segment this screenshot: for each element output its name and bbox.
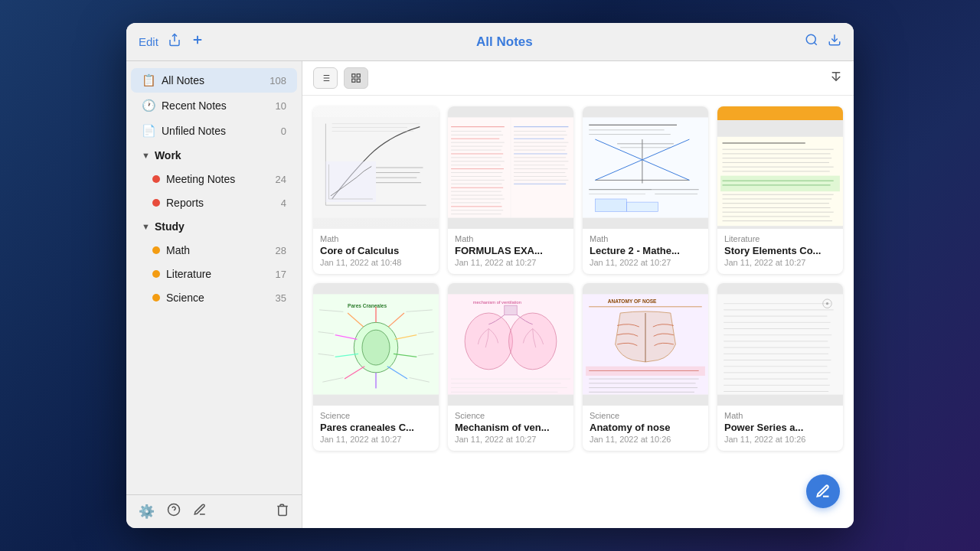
note-thumbnail-7: ANATOMY OF NOSE [583,283,708,406]
sidebar-item-unfiled-notes[interactable]: 📄 Unfiled Notes 0 [131,119,297,143]
note-date-2: Jan 11, 2022 at 10:27 [455,258,567,267]
fab-edit-button[interactable] [806,474,840,508]
all-notes-icon: 📋 [142,73,155,87]
note-thumbnail-4 [717,106,843,229]
note-date-8: Jan 11, 2022 at 10:26 [724,435,836,444]
note-thumbnail-8 [717,283,843,406]
sidebar: 📋 All Notes 108 🕐 Recent Notes 10 📄 Unfi… [126,61,302,528]
work-chevron-icon: ▼ [142,151,150,160]
math-dot [152,246,160,254]
note-category-7: Science [590,411,701,420]
toolbar-center: All Notes [204,34,805,50]
note-info-7: Science Anatomy of nose Jan 11, 2022 at … [583,406,708,451]
note-info-1: Math Core of Calculus Jan 11, 2022 at 10… [313,229,439,274]
settings-icon[interactable]: ⚙️ [139,504,155,520]
note-info-8: Math Power Series a... Jan 11, 2022 at 1… [717,406,843,451]
recent-notes-count: 10 [276,100,286,112]
svg-rect-150 [717,294,843,394]
note-date-1: Jan 11, 2022 at 10:48 [320,258,432,267]
work-label: Work [155,149,181,161]
note-card-anatomy[interactable]: ANATOMY OF NOSE [583,283,708,451]
svg-rect-144 [586,367,705,376]
svg-text:ANATOMY OF NOSE: ANATOMY OF NOSE [608,298,657,304]
note-thumbnail-1 [313,106,439,229]
sidebar-item-science[interactable]: Science 35 [131,286,297,309]
note-card-formulas[interactable]: Math FORMULAS EXA... Jan 11, 2022 at 10:… [448,106,573,274]
svg-line-4 [814,42,816,44]
sidebar-item-literature[interactable]: Literature 17 [131,262,297,285]
note-category-4: Literature [724,234,836,243]
note-category-8: Math [724,411,836,420]
note-title-2: FORMULAS EXA... [455,245,567,256]
math-count: 28 [276,245,286,256]
add-button[interactable] [191,33,204,51]
sidebar-item-math[interactable]: Math 28 [131,239,297,262]
note-card-mechanism[interactable]: mechanism of ventilation [448,283,573,451]
view-toolbar [302,61,854,96]
note-category-1: Math [320,234,432,243]
share-button[interactable] [168,33,181,51]
science-label: Science [166,292,270,304]
note-date-6: Jan 11, 2022 at 10:27 [455,435,567,444]
reports-label: Reports [166,197,275,209]
note-card-core-of-calculus[interactable]: Math Core of Calculus Jan 11, 2022 at 10… [313,106,439,274]
sidebar-item-all-notes[interactable]: 📋 All Notes 108 [131,68,297,93]
literature-label: Literature [166,268,270,280]
sidebar-item-meeting-notes[interactable]: Meeting Notes 24 [131,168,297,191]
note-thumbnail-2 [448,106,573,229]
note-thumbnail-6: mechanism of ventilation [448,283,573,406]
note-info-2: Math FORMULAS EXA... Jan 11, 2022 at 10:… [448,229,573,274]
sidebar-section-study[interactable]: ▼ Study [131,215,297,238]
note-date-3: Jan 11, 2022 at 10:27 [590,258,701,267]
science-dot [152,294,160,302]
trash-icon[interactable] [276,503,289,520]
svg-point-134 [465,313,512,370]
math-label: Math [166,244,270,256]
note-thumbnail-3 [583,106,708,229]
main-content: Math Core of Calculus Jan 11, 2022 at 10… [302,61,854,528]
sidebar-item-reports[interactable]: Reports 4 [131,191,297,214]
all-notes-count: 108 [270,75,286,86]
svg-rect-87 [595,199,626,211]
toolbar-right [805,33,841,51]
unfiled-notes-label: Unfiled Notes [162,125,275,137]
pen-icon[interactable] [193,503,207,520]
note-info-3: Math Lecture 2 - Mathe... Jan 11, 2022 a… [583,229,708,274]
edit-button[interactable]: Edit [139,35,158,48]
note-card-story-elements[interactable]: Literature Story Elements Co... Jan 11, … [717,106,843,274]
toolbar-title: All Notes [476,34,533,49]
note-title-7: Anatomy of nose [590,422,701,433]
toolbar-left: Edit [139,33,204,51]
note-card-power-series[interactable]: Math Power Series a... Jan 11, 2022 at 1… [717,283,843,451]
note-card-pares-craneales[interactable]: Pares Craneales [313,283,439,451]
note-thumbnail-5: Pares Craneales [313,283,439,406]
note-card-lecture2[interactable]: Math Lecture 2 - Mathe... Jan 11, 2022 a… [583,106,708,274]
note-title-1: Core of Calculus [320,245,432,256]
svg-text:mechanism of ventilation: mechanism of ventilation [473,300,521,305]
search-button[interactable] [805,33,818,51]
svg-point-3 [806,34,815,44]
sidebar-footer: ⚙️ [126,494,302,528]
note-date-7: Jan 11, 2022 at 10:26 [590,435,701,444]
note-info-5: Science Pares craneales C... Jan 11, 202… [313,406,439,451]
help-icon[interactable] [167,503,181,520]
grid-view-button[interactable] [344,67,368,89]
recent-notes-icon: 🕐 [142,99,155,112]
sidebar-items: 📋 All Notes 108 🕐 Recent Notes 10 📄 Unfi… [126,61,302,494]
note-title-8: Power Series a... [724,422,836,433]
svg-text:Pares Craneales: Pares Craneales [348,303,387,308]
list-view-button[interactable] [313,67,338,89]
note-title-4: Story Elements Co... [724,245,836,256]
content-area: 📋 All Notes 108 🕐 Recent Notes 10 📄 Unfi… [126,61,854,528]
svg-rect-15 [357,74,360,77]
sidebar-item-recent-notes[interactable]: 🕐 Recent Notes 10 [131,93,297,118]
sidebar-section-work[interactable]: ▼ Work [131,144,297,167]
reports-count: 4 [281,197,286,209]
export-button[interactable] [828,33,841,51]
sort-icon[interactable] [829,70,843,87]
svg-rect-17 [357,79,360,82]
app-window: Edit All Notes [126,23,854,528]
literature-dot [152,270,160,278]
meeting-notes-dot [152,175,160,183]
note-title-6: Mechanism of ven... [455,422,567,433]
